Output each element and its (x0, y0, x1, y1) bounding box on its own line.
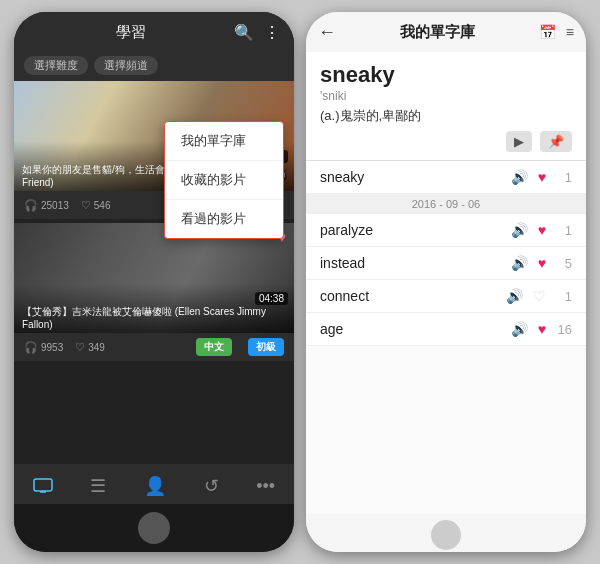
vocab-row-instead[interactable]: instead 🔊 ♥ 5 (306, 247, 586, 280)
video-stats-2: 🎧 9953 ♡ 349 中文 初級 (14, 333, 294, 361)
pin-btn[interactable]: 📌 (540, 131, 572, 152)
heart-icon-2: ♡ (75, 341, 85, 354)
video-thumb-2[interactable]: ♥ 04:38 【艾倫秀】吉米法龍被艾倫嚇傻啦 (Ellen Scares Ji… (14, 223, 294, 333)
nav-more[interactable]: ••• (256, 476, 275, 497)
vocab-sound-connect[interactable]: 🔊 (506, 288, 523, 304)
heart-icon-1: ♡ (81, 199, 91, 212)
home-button-right[interactable] (431, 520, 461, 550)
vocab-count-connect: 1 (556, 289, 572, 304)
page-title-right: 我的單字庫 (400, 23, 475, 42)
vocab-heart-age[interactable]: ♥ (538, 321, 546, 337)
dropdown-item-2[interactable]: 收藏的影片 (165, 161, 283, 200)
plays-2: 🎧 9953 (24, 341, 63, 354)
nav-list[interactable]: ☰ (90, 475, 106, 497)
level-tag-2: 初級 (248, 338, 284, 356)
vocab-heart-instead[interactable]: ♥ (538, 255, 546, 271)
vocab-count-sneaky: 1 (556, 170, 572, 185)
vocab-count-paralyze: 1 (556, 223, 572, 238)
plays-1: 🎧 25013 (24, 199, 69, 212)
channel-filter[interactable]: 選擇頻道 (94, 56, 158, 75)
filter-bar: 選擇難度 選擇頻道 (14, 52, 294, 81)
dropdown-menu: 我的單字庫 收藏的影片 看過的影片 (164, 121, 284, 239)
right-phone: ← 我的單字庫 📅 ≡ sneaky 'sniki (a.)鬼崇的,卑鄙的 ▶ … (306, 12, 586, 552)
lang-tag-2: 中文 (196, 338, 232, 356)
play-video-btn[interactable]: ▶ (506, 131, 532, 152)
nav-refresh[interactable]: ↺ (204, 475, 219, 497)
date-divider: 2016 - 09 - 06 (306, 194, 586, 214)
video-duration-2: 04:38 (255, 292, 288, 305)
menu-icon[interactable]: ⋮ (264, 23, 280, 42)
bottom-nav-left: ☰ 👤 ↺ ••• (14, 464, 294, 504)
vocab-word-age: age (320, 321, 511, 337)
vocab-count-age: 16 (556, 322, 572, 337)
home-button-left[interactable] (138, 512, 170, 544)
calendar-icon[interactable]: 📅 (539, 24, 556, 40)
word-phonetic: 'sniki (320, 89, 572, 103)
search-icon[interactable]: 🔍 (234, 23, 254, 42)
vocab-sound-sneaky[interactable]: 🔊 (511, 169, 528, 185)
vocab-sound-paralyze[interactable]: 🔊 (511, 222, 528, 238)
vocab-word-sneaky: sneaky (320, 169, 511, 185)
nav-profile[interactable]: 👤 (144, 475, 166, 497)
app-title: 學習 (28, 23, 234, 42)
nav-tv[interactable] (33, 478, 53, 494)
vocab-heart-connect[interactable]: ♡ (533, 288, 546, 304)
vocab-sound-instead[interactable]: 🔊 (511, 255, 528, 271)
headphones-icon-1: 🎧 (24, 199, 38, 212)
top-bar-right: ← 我的單字庫 📅 ≡ (306, 12, 586, 52)
filter-icon[interactable]: ≡ (566, 24, 574, 40)
vocab-sound-age[interactable]: 🔊 (511, 321, 528, 337)
vocab-word-instead: instead (320, 255, 511, 271)
vocab-list: sneaky 🔊 ♥ 1 2016 - 09 - 06 paralyze 🔊 ♥… (306, 161, 586, 514)
likes-2: ♡ 349 (75, 341, 105, 354)
video-title-2: 【艾倫秀】吉米法龍被艾倫嚇傻啦 (Ellen Scares Jimmy Fall… (22, 305, 286, 331)
likes-1: ♡ 546 (81, 199, 111, 212)
vocab-row-sneaky[interactable]: sneaky 🔊 ♥ 1 (306, 161, 586, 194)
vocab-row-connect[interactable]: connect 🔊 ♡ 1 (306, 280, 586, 313)
word-actions: ▶ 📌 (320, 131, 572, 152)
vocab-row-paralyze[interactable]: paralyze 🔊 ♥ 1 (306, 214, 586, 247)
word-definition: (a.)鬼崇的,卑鄙的 (320, 107, 572, 125)
vocab-heart-paralyze[interactable]: ♥ (538, 222, 546, 238)
vocab-heart-sneaky[interactable]: ♥ (538, 169, 546, 185)
video-list: 我的單字庫 收藏的影片 看過的影片 DOG 02:29 如果你的朋友是售貓/狗，… (14, 81, 294, 464)
dropdown-item-3[interactable]: 看過的影片 (165, 200, 283, 238)
vocab-count-instead: 5 (556, 256, 572, 271)
vocab-word-connect: connect (320, 288, 506, 304)
left-phone: 學習 🔍 ⋮ 選擇難度 選擇頻道 我的單字庫 收藏的影片 看過的影片 (14, 12, 294, 552)
svg-rect-0 (34, 479, 52, 491)
word-text: sneaky (320, 62, 572, 88)
dropdown-item-1[interactable]: 我的單字庫 (165, 122, 283, 161)
vocab-row-age[interactable]: age 🔊 ♥ 16 (306, 313, 586, 346)
video-card-2: ♥ 04:38 【艾倫秀】吉米法龍被艾倫嚇傻啦 (Ellen Scares Ji… (14, 223, 294, 361)
top-bar-left: 學習 🔍 ⋮ (14, 12, 294, 52)
right-bottom (306, 514, 586, 552)
headphones-icon-2: 🎧 (24, 341, 38, 354)
vocab-word-paralyze: paralyze (320, 222, 511, 238)
back-button[interactable]: ← (318, 22, 336, 43)
top-icons-right: 📅 ≡ (539, 24, 574, 40)
word-detail: sneaky 'sniki (a.)鬼崇的,卑鄙的 ▶ 📌 (306, 52, 586, 161)
difficulty-filter[interactable]: 選擇難度 (24, 56, 88, 75)
